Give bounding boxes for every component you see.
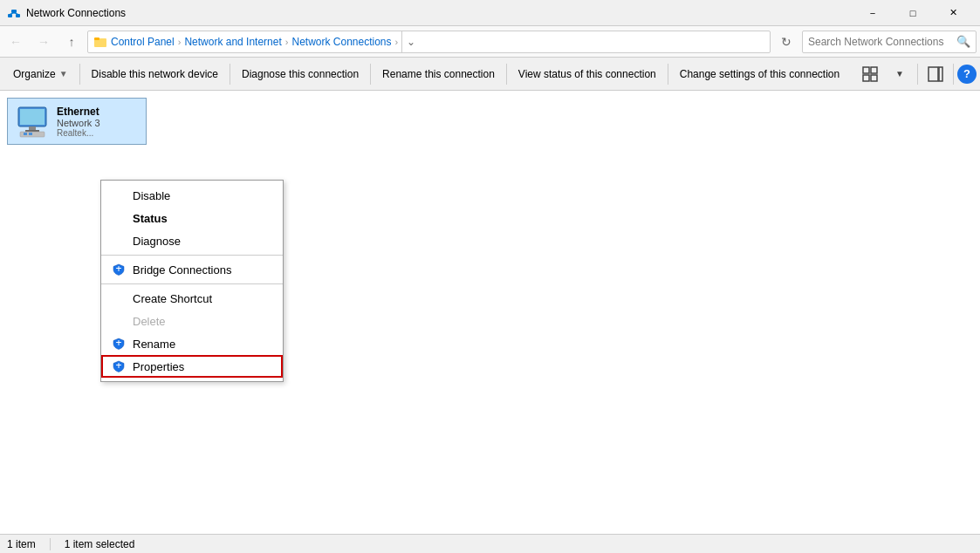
- svg-rect-19: [29, 133, 32, 135]
- status-bar: 1 item 1 item selected: [0, 534, 980, 553]
- search-box: 🔍: [802, 31, 977, 53]
- view-dropdown-button[interactable]: ▼: [886, 60, 914, 88]
- organize-button[interactable]: Organize ▼: [3, 59, 78, 89]
- svg-rect-9: [863, 75, 869, 81]
- ctx-properties[interactable]: Properties: [101, 355, 283, 378]
- help-icon: ?: [963, 67, 970, 80]
- window-title: Network Connections: [26, 7, 126, 19]
- breadcrumb-control-panel[interactable]: Control Panel: [111, 36, 175, 48]
- toolbar-right: ▼ ?: [856, 60, 977, 88]
- adapter-driver: Realtek...: [57, 128, 100, 138]
- folder-icon: [93, 35, 107, 49]
- svg-rect-2: [11, 10, 17, 13]
- up-button[interactable]: ↑: [59, 30, 84, 54]
- organize-chevron: ▼: [59, 69, 68, 79]
- adapter-name: Ethernet: [57, 106, 100, 118]
- breadcrumb[interactable]: Control Panel › Network and Internet › N…: [87, 31, 771, 53]
- toolbar: Organize ▼ Disable this network device D…: [0, 58, 980, 91]
- svg-rect-18: [24, 133, 27, 135]
- breadcrumb-dropdown[interactable]: ⌄: [401, 31, 419, 53]
- search-icon: 🔍: [956, 35, 970, 48]
- title-bar: Network Connections − □ ✕: [0, 0, 980, 26]
- view-options-icon: [862, 66, 878, 82]
- ctx-separator-2: [101, 283, 283, 284]
- toolbar-separator-4: [506, 64, 507, 85]
- ethernet-adapter[interactable]: Ethernet Network 3 Realtek...: [7, 98, 147, 145]
- rename-button[interactable]: Rename this connection: [373, 59, 504, 89]
- main-content: Ethernet Network 3 Realtek... Disable St…: [0, 91, 980, 534]
- details-pane-button[interactable]: [922, 60, 949, 88]
- view-options-button[interactable]: [856, 60, 884, 88]
- svg-rect-0: [8, 14, 12, 17]
- svg-rect-7: [863, 67, 869, 73]
- item-count: 1 item: [7, 538, 36, 550]
- ctx-separator-1: [101, 255, 283, 256]
- breadcrumb-network-connections[interactable]: Network Connections: [291, 36, 391, 48]
- svg-rect-23: [119, 340, 120, 345]
- svg-line-4: [14, 13, 18, 14]
- search-input[interactable]: [808, 36, 956, 48]
- ethernet-icon: [15, 104, 50, 139]
- shield-icon-bridge: [112, 263, 126, 276]
- refresh-button[interactable]: ↻: [774, 31, 798, 53]
- toolbar-separator-1: [79, 64, 80, 85]
- diagnose-button[interactable]: Diagnose this connection: [232, 59, 368, 89]
- help-button[interactable]: ?: [957, 65, 977, 84]
- svg-rect-11: [929, 67, 938, 81]
- svg-rect-15: [29, 126, 36, 130]
- title-bar-controls: − □ ✕: [853, 0, 973, 26]
- toolbar-separator-3: [370, 64, 371, 85]
- back-button[interactable]: ←: [3, 30, 28, 54]
- toolbar-separator-6: [917, 64, 918, 85]
- shield-icon-properties: [112, 359, 126, 373]
- item-selected: 1 item selected: [65, 538, 135, 550]
- svg-rect-25: [119, 363, 120, 368]
- window-icon: [7, 6, 21, 20]
- adapter-icon: [15, 104, 50, 139]
- svg-rect-14: [20, 109, 45, 125]
- ctx-status[interactable]: Status: [101, 207, 283, 229]
- toolbar-separator-2: [230, 64, 230, 85]
- view-dropdown-chevron: ▼: [895, 69, 904, 79]
- minimize-button[interactable]: −: [853, 0, 893, 26]
- close-button[interactable]: ✕: [933, 0, 973, 26]
- ctx-bridge[interactable]: Bridge Connections: [101, 258, 283, 281]
- adapter-info: Ethernet Network 3 Realtek...: [57, 106, 100, 138]
- title-bar-left: Network Connections: [7, 6, 126, 20]
- view-status-button[interactable]: View status of this connection: [509, 59, 666, 89]
- maximize-button[interactable]: □: [893, 0, 933, 26]
- ctx-delete[interactable]: Delete: [101, 310, 283, 332]
- breadcrumb-network-internet[interactable]: Network and Internet: [184, 36, 281, 48]
- ctx-rename[interactable]: Rename: [101, 332, 283, 355]
- disable-network-button[interactable]: Disable this network device: [82, 59, 228, 89]
- status-separator: [50, 538, 51, 550]
- details-pane-icon: [928, 66, 943, 82]
- toolbar-separator-7: [953, 64, 954, 85]
- adapter-network: Network 3: [57, 118, 100, 128]
- change-settings-button[interactable]: Change settings of this connection: [670, 59, 849, 89]
- svg-rect-21: [119, 266, 120, 271]
- context-menu: Disable Status Diagnose Bridge Connectio…: [100, 180, 284, 382]
- svg-rect-12: [939, 67, 942, 81]
- toolbar-separator-5: [668, 64, 668, 85]
- svg-rect-8: [871, 67, 877, 73]
- ctx-diagnose[interactable]: Diagnose: [101, 229, 283, 252]
- ctx-disable[interactable]: Disable: [101, 184, 283, 207]
- svg-line-3: [10, 13, 15, 14]
- svg-rect-6: [94, 38, 99, 40]
- ctx-shortcut[interactable]: Create Shortcut: [101, 287, 283, 310]
- svg-rect-10: [871, 75, 877, 81]
- svg-rect-1: [16, 14, 20, 17]
- svg-rect-16: [25, 130, 39, 132]
- address-bar: ← → ↑ Control Panel › Network and Intern…: [0, 26, 980, 58]
- shield-icon-rename: [112, 337, 126, 351]
- forward-button[interactable]: →: [31, 30, 56, 54]
